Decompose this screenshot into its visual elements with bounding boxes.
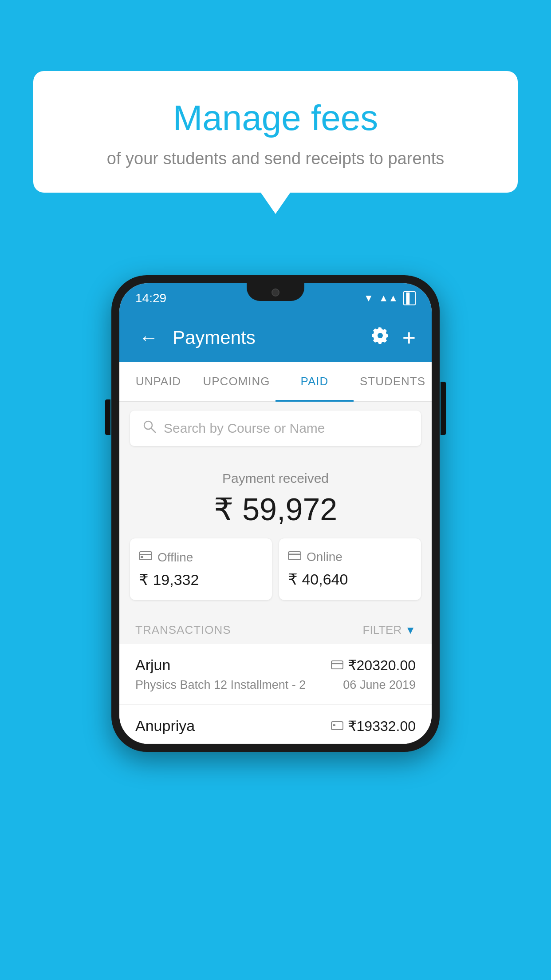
transaction-name: Arjun (135, 656, 170, 674)
transaction-name: Anupriya (135, 717, 195, 735)
payment-total: ₹ 59,972 (130, 491, 421, 528)
status-bar: 14:29 ▼ ▲▲ ▌ (119, 283, 432, 313)
transaction-date: 06 June 2019 (343, 678, 416, 692)
notch (247, 283, 304, 301)
cash-payment-icon (331, 718, 343, 734)
svg-rect-3 (139, 552, 152, 560)
notch-camera (272, 288, 279, 296)
offline-amount: ₹ 19,332 (139, 571, 263, 589)
transaction-amount-container: ₹20320.00 (331, 657, 416, 674)
tab-unpaid[interactable]: UNPAID (119, 362, 197, 401)
filter-label: FILTER (363, 623, 402, 637)
phone-outer: 14:29 ▼ ▲▲ ▌ ← Payments (111, 275, 440, 752)
search-bar[interactable]: Search by Course or Name (130, 411, 421, 446)
transaction-amount: ₹20320.00 (348, 657, 416, 674)
payment-summary: Payment received ₹ 59,972 (119, 455, 432, 612)
plus-button[interactable]: + (402, 324, 416, 351)
app-title: Payments (173, 327, 360, 348)
speech-bubble-title: Manage fees (60, 98, 491, 138)
transactions-header: TRANSACTIONS FILTER ▼ (119, 612, 432, 644)
speech-bubble-subtitle: of your students and send receipts to pa… (60, 149, 491, 168)
tab-students[interactable]: STUDENTS (354, 362, 432, 401)
online-payment-card: Online ₹ 40,640 (279, 538, 421, 600)
speech-bubble: Manage fees of your students and send re… (33, 71, 518, 193)
transaction-amount: ₹19332.00 (348, 718, 416, 735)
offline-icon (139, 550, 152, 565)
search-icon (142, 419, 157, 437)
tab-upcoming[interactable]: UPCOMING (197, 362, 276, 401)
back-button[interactable]: ← (135, 323, 162, 352)
offline-card-header: Offline (139, 550, 263, 565)
search-container: Search by Course or Name (119, 402, 432, 455)
search-input[interactable]: Search by Course or Name (164, 421, 325, 436)
transaction-list: Arjun ₹20320.00 Physics (119, 644, 432, 744)
battery-icon: ▌ (403, 291, 416, 305)
svg-rect-5 (141, 556, 143, 558)
svg-rect-6 (288, 552, 301, 560)
transactions-label: TRANSACTIONS (135, 623, 231, 637)
offline-label: Offline (157, 550, 193, 565)
gear-button[interactable] (370, 326, 390, 350)
status-time: 14:29 (135, 291, 166, 305)
app-bar: ← Payments + (119, 313, 432, 362)
status-icons: ▼ ▲▲ ▌ (364, 291, 416, 305)
online-icon (288, 550, 301, 564)
online-label: Online (307, 550, 342, 564)
online-amount: ₹ 40,640 (288, 570, 412, 588)
svg-point-0 (378, 333, 383, 338)
card-payment-icon (331, 657, 343, 673)
transaction-row-top: Arjun ₹20320.00 (135, 656, 416, 674)
table-row[interactable]: Arjun ₹20320.00 Physics (119, 644, 432, 705)
transaction-row-bottom: Physics Batch 12 Installment - 2 06 June… (135, 678, 416, 692)
transaction-row-top: Anupriya ₹19332.00 (135, 717, 416, 735)
transaction-description: Physics Batch 12 Installment - 2 (135, 678, 306, 692)
phone-screen: 14:29 ▼ ▲▲ ▌ ← Payments (119, 283, 432, 744)
app-bar-actions: + (370, 324, 416, 351)
filter-icon: ▼ (405, 624, 416, 636)
online-card-header: Online (288, 550, 412, 564)
signal-icon: ▲▲ (379, 292, 398, 304)
svg-rect-11 (333, 724, 335, 726)
transaction-amount-container: ₹19332.00 (331, 718, 416, 735)
payment-received-label: Payment received (130, 471, 421, 486)
tab-paid[interactable]: PAID (276, 362, 354, 401)
payment-cards: Offline ₹ 19,332 (130, 538, 421, 600)
offline-payment-card: Offline ₹ 19,332 (130, 538, 272, 600)
filter-button[interactable]: FILTER ▼ (363, 623, 416, 637)
table-row[interactable]: Anupriya ₹19332.00 (119, 705, 432, 744)
wifi-icon: ▼ (364, 292, 374, 304)
phone-mockup: 14:29 ▼ ▲▲ ▌ ← Payments (111, 275, 440, 752)
svg-line-2 (151, 428, 155, 432)
svg-rect-8 (331, 661, 343, 669)
tabs-container: UNPAID UPCOMING PAID STUDENTS (119, 362, 432, 402)
